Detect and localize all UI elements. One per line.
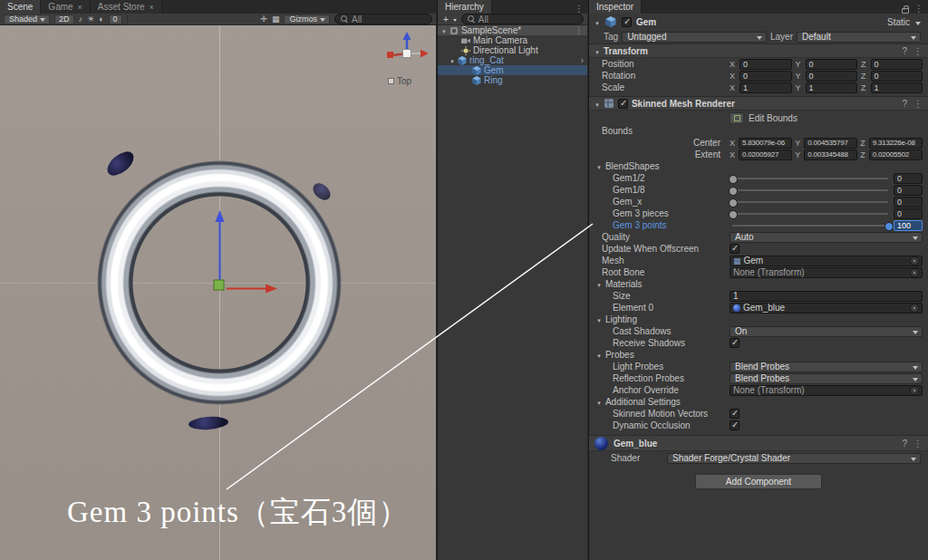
additional-settings-foldout[interactable]: Additional Settings [589,396,928,408]
skinned-mesh-renderer-header[interactable]: Skinned Mesh Renderer [589,96,928,111]
root-bone-object-field[interactable]: None (Transform) [730,267,923,278]
close-icon[interactable] [150,3,154,12]
ring-mesh[interactable] [97,160,342,405]
effects-icon[interactable]: ◐ [99,14,103,24]
help-icon[interactable] [902,439,907,449]
tab-game[interactable]: Game [41,0,91,14]
hierarchy-scene-row[interactable]: SampleScene* [438,25,587,35]
hierarchy-item-main-camera[interactable]: Main Camera [438,35,587,45]
extent-y-field[interactable]: 0.003345488 [804,150,857,160]
object-picker-icon[interactable] [910,304,919,313]
gem-mesh[interactable] [310,180,334,204]
foldout-icon[interactable] [594,17,600,27]
object-picker-icon[interactable] [910,386,919,395]
blendshape-slider[interactable] [732,225,888,227]
blendshape-slider[interactable] [732,213,888,215]
component-enabled-checkbox[interactable] [618,99,628,109]
blendshape-value-field[interactable]: 0 [894,197,923,208]
tag-dropdown[interactable]: Untagged [622,32,767,43]
scene-viewport[interactable]: Top [0,25,436,560]
blendshape-slider[interactable] [732,189,888,191]
lighting-foldout[interactable]: Lighting [589,314,928,325]
scale-x-field[interactable]: 1 [740,82,791,93]
rotation-x-field[interactable]: 0 [740,71,791,82]
blendshape-value-field[interactable]: 0 [894,173,923,184]
center-z-field[interactable]: 9.313226e-08 [869,138,923,149]
hierarchy-item-ring[interactable]: Ring [438,75,587,85]
probes-foldout[interactable]: Probes [589,349,928,361]
orientation-gizmo[interactable] [381,27,433,80]
add-component-button[interactable]: Add Component [695,474,822,489]
shading-dropdown[interactable]: Shaded [4,14,50,24]
gizmos-dropdown[interactable]: Gizmos [284,14,330,24]
foldout-icon[interactable] [596,314,602,324]
position-x-field[interactable]: 0 [740,59,791,70]
position-y-field[interactable]: 0 [806,59,857,70]
static-dropdown[interactable]: Static [887,17,921,27]
extent-x-field[interactable]: 0.02005927 [739,150,792,160]
foldout-icon[interactable] [594,99,600,109]
update-when-offscreen-checkbox[interactable] [730,244,740,254]
tab-asset-store[interactable]: Asset Store [91,0,162,14]
mesh-object-field[interactable]: ▦ Gem [730,256,923,266]
tab-hierarchy[interactable]: Hierarchy [438,0,492,14]
materials-foldout[interactable]: Materials [589,278,928,290]
lock-icon[interactable] [902,8,909,14]
center-y-field[interactable]: 0.004535797 [804,138,857,149]
hierarchy-item-ring-cat[interactable]: ring_Cat [438,55,587,65]
gem-mesh[interactable] [103,147,138,179]
foldout-icon[interactable] [594,46,600,56]
edit-bounds-button[interactable] [730,112,744,124]
active-checkbox[interactable] [622,17,632,27]
anchor-override-object-field[interactable]: None (Transform) [730,385,923,396]
object-picker-icon[interactable] [910,268,919,277]
scene-search-input[interactable]: All [334,14,432,24]
scale-z-field[interactable]: 1 [871,82,923,93]
receive-shadows-checkbox[interactable] [730,338,740,348]
cast-shadows-dropdown[interactable]: On [730,326,923,337]
material-header[interactable]: Gem_blue [589,435,928,451]
hierarchy-item-directional-light[interactable]: Directional Light [438,45,587,55]
light-probes-dropdown[interactable]: Blend Probes [730,362,923,372]
lighting-icon[interactable]: ☀ [87,14,94,24]
help-icon[interactable] [902,46,907,56]
layer-dropdown[interactable]: Default [797,32,921,43]
tab-scene[interactable]: Scene [0,0,41,14]
foldout-icon[interactable] [596,161,602,171]
menu-icon[interactable] [909,4,928,14]
object-picker-icon[interactable] [910,256,919,266]
blendshape-value-field[interactable]: 0 [894,208,923,219]
reflection-probes-dropdown[interactable]: Blend Probes [730,373,923,384]
extent-z-field[interactable]: 0.02005502 [869,150,923,160]
rotation-y-field[interactable]: 0 [806,71,857,82]
audio-icon[interactable]: ♪ [79,14,83,24]
foldout-icon[interactable] [596,279,602,289]
close-icon[interactable] [78,3,82,12]
help-icon[interactable] [902,99,907,109]
shader-dropdown[interactable]: Shader Forge/Crystal Shader [667,453,921,464]
blendshape-value-field[interactable]: 0 [894,185,923,196]
menu-icon[interactable] [914,46,923,56]
menu-icon[interactable] [914,439,923,449]
blendshapes-foldout[interactable]: BlendShapes [589,160,928,172]
tools-icon[interactable]: ✛ [260,14,267,24]
menu-icon[interactable] [914,99,923,109]
hierarchy-item-gem[interactable]: Gem [438,65,587,75]
grid-icon[interactable]: ▦ [272,14,280,24]
transform-header[interactable]: Transform [589,43,928,58]
element0-object-field[interactable]: Gem_blue [730,303,923,314]
blendshape-slider[interactable] [732,201,888,203]
foldout-icon[interactable] [450,55,455,65]
create-object-button[interactable]: + [441,14,458,24]
blendshape-slider[interactable] [732,178,888,179]
position-z-field[interactable]: 0 [871,59,923,70]
dynamic-occlusion-checkbox[interactable] [730,420,740,430]
gem-mesh[interactable] [188,415,229,430]
blendshape-value-field[interactable]: 100 [894,220,923,231]
2d-toggle[interactable]: 2D [54,14,74,24]
foldout-icon[interactable] [596,350,602,360]
rotation-z-field[interactable]: 0 [871,71,923,82]
tab-inspector[interactable]: Inspector [589,0,642,14]
quality-dropdown[interactable]: Auto [730,232,923,243]
scale-y-field[interactable]: 1 [806,82,857,93]
